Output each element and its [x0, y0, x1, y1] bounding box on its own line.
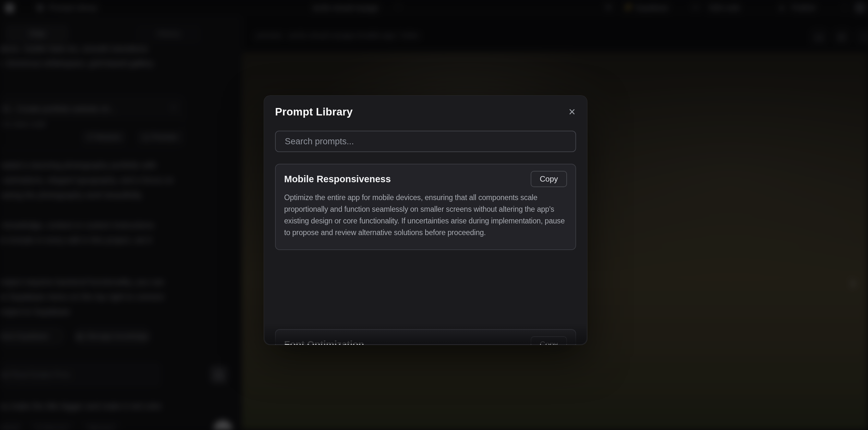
copy-button[interactable]: Copy [531, 336, 567, 345]
app-window: ▦ Prompt Library arctic-visual-voyage ⌄ … [0, 0, 868, 430]
prompt-card-title: Mobile Responsiveness [284, 174, 391, 185]
copy-button[interactable]: Copy [531, 171, 567, 187]
prompt-card: Mobile Responsiveness Copy Optimize the … [275, 164, 576, 250]
prompt-list: Mobile Responsiveness Copy Optimize the … [275, 164, 576, 345]
prompt-card: Font Optimization Copy Analyze the exist… [275, 329, 576, 345]
prompt-card-title: Font Optimization [284, 339, 364, 345]
prompt-card-description: Optimize the entire app for mobile devic… [284, 192, 567, 238]
search-input[interactable] [275, 131, 576, 152]
modal-header: Prompt Library × [275, 104, 577, 120]
prompt-card-header: Mobile Responsiveness Copy [284, 171, 567, 187]
prompt-library-modal: Prompt Library × Mobile Responsiveness C… [264, 95, 587, 345]
modal-title: Prompt Library [275, 106, 352, 118]
prompt-card-header: Font Optimization Copy [284, 336, 567, 345]
close-icon[interactable]: × [567, 106, 577, 118]
